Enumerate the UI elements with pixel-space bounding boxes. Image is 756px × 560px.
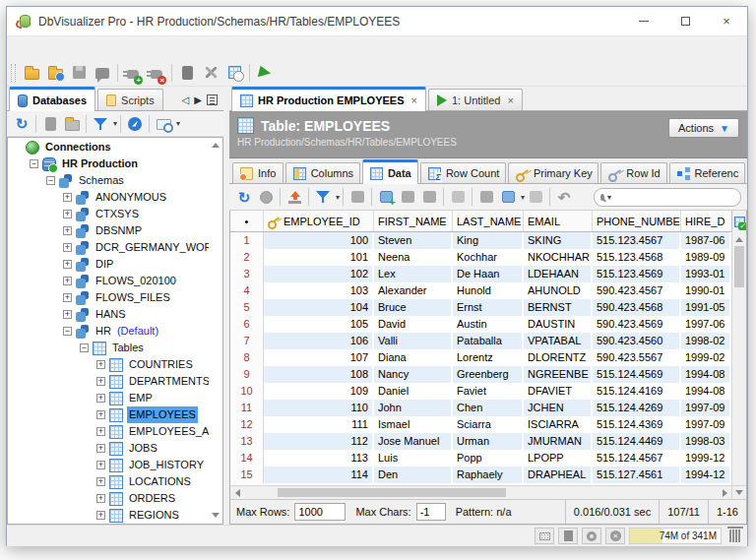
tree-expander-icon[interactable]: + xyxy=(63,193,72,202)
connect-button[interactable] xyxy=(121,61,145,85)
cell[interactable]: 515.123.4569 xyxy=(593,266,681,282)
cell[interactable]: Urman xyxy=(453,433,524,450)
cell[interactable]: Jose Manuel xyxy=(374,433,453,450)
tree-node-tables[interactable]: − Tables xyxy=(9,340,209,356)
tree-node-schemas[interactable]: − Schemas xyxy=(9,172,209,189)
row-number-column-header[interactable]: • xyxy=(230,211,264,231)
tree-expander-icon[interactable]: + xyxy=(96,461,105,469)
cell[interactable]: 1999-02 xyxy=(681,349,731,366)
tree-node-jobs[interactable]: + JOBS xyxy=(9,440,209,457)
tree-expander-icon[interactable]: + xyxy=(96,360,105,369)
tree-expander-icon[interactable]: − xyxy=(63,327,72,336)
cell[interactable]: Diana xyxy=(374,349,453,366)
cell[interactable]: John xyxy=(374,400,453,416)
table-row[interactable]: 3102LexDe HaanLDEHAAN515.123.45691993-01 xyxy=(230,266,731,282)
cell[interactable]: 104 xyxy=(264,299,374,316)
reload-button[interactable]: ↻ xyxy=(233,186,255,208)
cell[interactable]: AHUNOLD xyxy=(524,282,593,299)
horizontal-scrollbar[interactable] xyxy=(230,485,746,499)
tree-expander-icon[interactable]: + xyxy=(63,243,72,252)
table-row[interactable]: 5104BruceErnstBERNST590.423.45681991-05 xyxy=(230,299,731,316)
cell[interactable]: 590.423.4568 xyxy=(593,299,681,316)
tree-expander-icon[interactable]: + xyxy=(96,394,105,403)
cell[interactable]: 1994-12 xyxy=(681,467,731,483)
max-rows-input[interactable] xyxy=(294,503,346,521)
tree-expander-icon[interactable]: + xyxy=(63,210,72,218)
tree-node-regions[interactable]: + REGIONS xyxy=(9,507,209,523)
cell[interactable]: Faviet xyxy=(453,383,524,400)
cell[interactable]: NGREENBE xyxy=(524,366,593,383)
cell[interactable]: De Haan xyxy=(453,266,524,282)
cell[interactable]: Neena xyxy=(374,249,453,266)
cell[interactable]: 109 xyxy=(264,383,374,400)
cell[interactable]: JMURMAN xyxy=(524,433,593,450)
cell[interactable]: 515.124.4469 xyxy=(593,433,681,450)
tree-node-ctxsys[interactable]: + CTXSYS xyxy=(9,206,209,222)
cell[interactable]: 100 xyxy=(264,232,374,249)
tree-filter-button[interactable] xyxy=(90,113,111,135)
cell[interactable]: 107 xyxy=(264,349,374,366)
tree-node-job-history[interactable]: + JOB_HISTORY xyxy=(9,457,209,473)
cell[interactable]: Den xyxy=(374,467,453,483)
cell[interactable]: 515.124.4369 xyxy=(593,416,681,433)
cell[interactable]: 1997-09 xyxy=(681,400,731,416)
close-tab-icon[interactable]: × xyxy=(507,94,513,106)
open-bookmark-button[interactable] xyxy=(20,61,43,85)
tool-properties-button[interactable] xyxy=(199,61,222,85)
search-input[interactable] xyxy=(614,190,754,205)
table-row[interactable]: 1100StevenKingSKING515.123.45671987-06 xyxy=(230,232,731,249)
stop-button[interactable] xyxy=(255,186,277,208)
scroll-right-icon[interactable] xyxy=(718,486,731,500)
cell[interactable]: Chen xyxy=(453,400,524,416)
tree-expander-icon[interactable]: + xyxy=(96,511,105,520)
cell[interactable]: David xyxy=(374,316,453,333)
cell[interactable]: 1994-08 xyxy=(681,383,731,400)
cell[interactable]: ISCIARRA xyxy=(524,416,593,433)
cell[interactable]: 1994-08 xyxy=(681,366,731,383)
subtab-primary-key[interactable]: Primary Key xyxy=(508,162,598,183)
sql-history-button[interactable] xyxy=(222,61,246,85)
row-number[interactable]: 1 xyxy=(230,232,264,249)
close-tab-icon[interactable]: × xyxy=(411,94,417,106)
cell[interactable]: Ernst xyxy=(453,299,524,316)
tree-expander-icon[interactable]: + xyxy=(63,293,72,302)
open-settings-button[interactable] xyxy=(43,61,67,85)
row-number[interactable]: 13 xyxy=(230,433,264,450)
horizontal-scroll-thumb[interactable] xyxy=(278,488,506,497)
cell[interactable]: 1998-02 xyxy=(681,333,731,349)
max-chars-input[interactable] xyxy=(416,503,446,521)
cell[interactable]: 113 xyxy=(264,450,374,467)
tree-expander-icon[interactable]: + xyxy=(63,226,72,235)
cell[interactable]: Austin xyxy=(453,316,524,333)
close-button[interactable]: × xyxy=(706,7,747,35)
tree-expander-icon[interactable]: + xyxy=(96,444,105,453)
subtab-columns[interactable]: Columns xyxy=(285,162,360,183)
cell[interactable]: 1993-01 xyxy=(681,266,731,282)
tree-scroll-up-icon[interactable] xyxy=(211,141,220,151)
cell[interactable]: 106 xyxy=(264,333,374,349)
filter-caret-icon[interactable]: ▾ xyxy=(113,119,117,128)
cell[interactable]: 111 xyxy=(264,416,374,433)
connect-selected-button[interactable] xyxy=(124,113,146,135)
cell[interactable]: Hunold xyxy=(453,282,524,299)
column-header-phone_number[interactable]: PHONE_NUMBER xyxy=(593,211,681,231)
cell[interactable]: 1987-06 xyxy=(681,232,731,249)
copy-row-button[interactable] xyxy=(447,186,469,208)
row-number[interactable]: 10 xyxy=(230,383,264,400)
scroll-down-icon[interactable] xyxy=(731,486,746,500)
locate-object-button[interactable] xyxy=(153,113,174,135)
tree-node-dbsnmp[interactable]: + DBSNMP xyxy=(9,222,209,239)
insert-row-button[interactable] xyxy=(375,186,397,208)
cell[interactable]: Lex xyxy=(374,266,453,282)
table-row[interactable]: 11110JohnChenJCHEN515.124.42691997-09 xyxy=(230,400,731,416)
save-button[interactable] xyxy=(67,61,91,85)
tree-node-connections[interactable]: Connections xyxy=(9,139,209,156)
create-folder-button[interactable] xyxy=(61,113,83,135)
filter-button[interactable] xyxy=(312,186,334,208)
describe-button[interactable] xyxy=(475,186,497,208)
cell[interactable]: DLORENTZ xyxy=(524,349,593,366)
tab-hr-production-employees[interactable]: HR Production EMPLOYEES × xyxy=(231,87,426,111)
row-number[interactable]: 2 xyxy=(230,249,264,266)
column-header-employee_id[interactable]: EMPLOYEE_ID xyxy=(264,211,374,231)
cell[interactable]: 590.423.4560 xyxy=(593,333,681,349)
